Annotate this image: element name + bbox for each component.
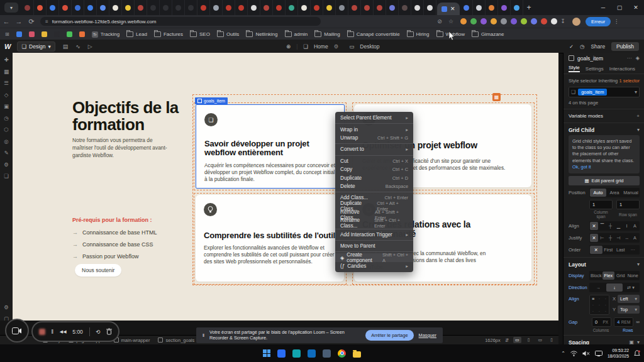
profile-avatar[interactable]: [572, 18, 580, 26]
reload-icon[interactable]: ⟳: [25, 18, 38, 26]
url-bar[interactable]: ≡ formation-webflow-12fde5.design.webflo…: [40, 17, 321, 26]
pause-share-icon[interactable]: ‖: [203, 332, 204, 338]
pinned-tab[interactable]: [323, 0, 336, 15]
pinned-tab[interactable]: [248, 0, 260, 15]
pinned-tab[interactable]: [374, 0, 386, 15]
pinned-tab[interactable]: [59, 0, 72, 15]
bookmark-tracking[interactable]: Tr Tracking: [92, 31, 119, 38]
minimize-button[interactable]: ─: [595, 4, 611, 11]
active-tab[interactable]: ✕: [437, 3, 460, 15]
menu-item-select-parent[interactable]: Select Parent Element▸: [335, 114, 413, 122]
chevron-down-icon[interactable]: ▾: [635, 89, 637, 95]
bookmark-folder[interactable]: Factures: [154, 31, 183, 37]
outlook-icon[interactable]: [308, 349, 316, 358]
back-icon[interactable]: ←: [0, 18, 13, 25]
selected-element-badge[interactable]: goals_item: [195, 97, 228, 104]
pinned-tab[interactable]: [34, 0, 47, 15]
extension-icon[interactable]: [551, 18, 557, 25]
forward-icon[interactable]: →: [13, 18, 25, 25]
publish-button[interactable]: Publish: [611, 42, 639, 51]
sidebar-tool-icon[interactable]: ☰: [4, 80, 9, 86]
pinned-tab[interactable]: [84, 0, 97, 15]
display-flex[interactable]: Flex: [602, 272, 615, 280]
breakpoint-phone-landscape-icon[interactable]: ▭: [536, 337, 545, 343]
link-gap-icon[interactable]: ∞: [636, 319, 640, 325]
pinned-tab[interactable]: [147, 0, 160, 15]
apps-grid-icon[interactable]: ⊞: [5, 31, 9, 37]
pinned-tab[interactable]: [122, 0, 135, 15]
extension-icon[interactable]: [470, 18, 477, 25]
collapse-icon[interactable]: ▾: [637, 261, 640, 267]
menu-item-copy[interactable]: CopyCtrl + C: [335, 165, 413, 173]
globe-icon[interactable]: ⊕: [286, 43, 291, 50]
record-stop-icon[interactable]: [39, 329, 45, 335]
extension-icon[interactable]: [511, 18, 517, 25]
restart-icon[interactable]: ⟲: [96, 329, 100, 335]
preview-icon[interactable]: ▷: [88, 43, 92, 50]
prereq-item[interactable]: →Connaissance de base HTML: [72, 229, 157, 236]
tab-search-button[interactable]: ▾: [4, 3, 18, 13]
pinned-tab[interactable]: [109, 0, 122, 15]
error-pill[interactable]: Erreur: [586, 17, 611, 26]
sidebar-tool-icon[interactable]: ⬡: [4, 127, 8, 133]
justify-baseline-icon[interactable]: A: [631, 234, 639, 242]
design-canvas[interactable]: Objectifs de la formation Notre formatio…: [13, 53, 558, 321]
ok-got-it-link[interactable]: Ok, got it: [572, 164, 591, 170]
bookmark-folder[interactable]: Netlinking: [246, 31, 277, 37]
card-title[interactable]: Comprendre les subtilités de l'outil: [204, 231, 345, 240]
sidebar-tool-icon[interactable]: ▦: [4, 69, 9, 75]
page-name[interactable]: Home: [314, 43, 328, 50]
justify-center-icon[interactable]: ┼: [606, 234, 614, 242]
tab-interactions[interactable]: Interactions: [609, 66, 635, 72]
analytics-icon[interactable]: ∿: [75, 43, 80, 50]
hide-share-bar-link[interactable]: Masquer: [419, 332, 436, 338]
screen-share-tray-icon[interactable]: [595, 351, 602, 356]
prereq-title[interactable]: Pré-requis pour la formation :: [72, 217, 152, 223]
card-body[interactable]: Explorer les fonctionnalités avancées de…: [204, 244, 341, 265]
download-icon[interactable]: ↧: [557, 18, 569, 25]
file-explorer-icon[interactable]: [353, 351, 361, 358]
card-body[interactable]: Acquérir les compétences nécessaires pou…: [204, 162, 338, 183]
pause-icon[interactable]: ‖: [52, 329, 54, 335]
menu-item-add-interaction-trigger[interactable]: Add Interaction Trigger▸: [335, 231, 413, 239]
direction-horizontal-icon[interactable]: →: [590, 283, 606, 292]
pinned-tab[interactable]: [185, 0, 197, 15]
sidebar-tool-icon[interactable]: ✎: [4, 150, 8, 156]
menu-item-wrap-in[interactable]: Wrap in▸: [335, 125, 413, 133]
justify-start-icon[interactable]: ⊢: [598, 234, 606, 242]
start-button-icon[interactable]: [263, 349, 270, 357]
bookmark-folder[interactable]: SEO: [190, 31, 210, 37]
tab-style[interactable]: Style: [569, 65, 580, 72]
bookmark-favicon[interactable]: [42, 31, 47, 37]
taskbar-app-icon[interactable]: [292, 349, 301, 358]
pinned-tab[interactable]: [97, 0, 109, 15]
class-pill[interactable]: goals_item: [578, 89, 607, 96]
menu-item-convert-to[interactable]: Convert to▸: [335, 145, 413, 153]
bookmark-favicon[interactable]: [54, 31, 60, 37]
webflow-logo[interactable]: W: [4, 43, 11, 50]
pinned-tab[interactable]: [361, 0, 374, 15]
sidebar-tool-icon[interactable]: ❏: [4, 173, 9, 179]
resize-handle-icon[interactable]: ⇵: [505, 337, 509, 343]
display-none[interactable]: None: [627, 272, 640, 280]
close-tab-icon[interactable]: ✕: [450, 6, 455, 12]
bookmark-star-icon[interactable]: ☆: [445, 18, 457, 25]
breakpoint-label[interactable]: Desktop: [360, 43, 379, 50]
order-custom-icon[interactable]: ···: [627, 246, 640, 254]
pinned-tab[interactable]: [223, 0, 235, 15]
order-last[interactable]: Last: [614, 246, 627, 254]
extension-icon[interactable]: [480, 18, 487, 25]
edit-parent-grid-button[interactable]: ▦ Edit parent grid: [569, 176, 640, 185]
sidebar-tool-icon[interactable]: ✚: [4, 57, 8, 63]
row-gap-input[interactable]: 4REM: [614, 317, 633, 327]
page-settings-icon[interactable]: ⚙: [334, 43, 339, 50]
pinned-tab[interactable]: [336, 0, 348, 15]
history-icon[interactable]: ◷: [580, 43, 584, 50]
collapse-icon[interactable]: ▾: [637, 339, 640, 344]
grid-section-badge-icon[interactable]: ▦: [492, 93, 501, 101]
goal-card-3[interactable]: Comprendre les subtilités de l'outil Exp…: [196, 195, 344, 282]
pinned-tab[interactable]: [511, 0, 523, 15]
pinned-tab[interactable]: [473, 0, 486, 15]
position-manual[interactable]: Manual: [623, 189, 639, 197]
columns-gap-label[interactable]: Columns: [589, 328, 613, 332]
